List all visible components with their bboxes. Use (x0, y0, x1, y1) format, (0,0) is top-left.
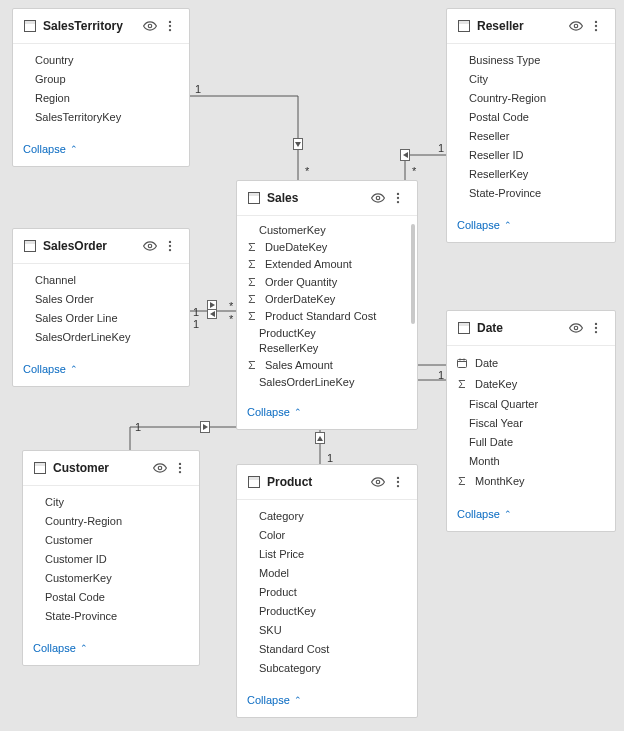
field-label: Extended Amount (265, 258, 405, 270)
field-row[interactable]: SKU (245, 622, 409, 638)
collapse-link[interactable]: Collapse ⌃ (457, 219, 512, 231)
field-label: ProductKey (259, 605, 405, 617)
svg-point-5 (169, 29, 171, 31)
svg-point-21 (169, 241, 171, 243)
field-row[interactable]: Customer (31, 532, 191, 548)
field-row[interactable]: Standard Cost (245, 641, 409, 657)
table-card-product[interactable]: Product CategoryColorList PriceModelProd… (236, 464, 418, 718)
table-card-sales[interactable]: Sales CustomerKeyDueDateKeyExtended Amou… (236, 180, 418, 430)
field-row[interactable]: Reseller (455, 128, 607, 144)
field-row[interactable]: Extended Amount (245, 257, 409, 271)
field-row[interactable]: Group (21, 71, 181, 87)
more-menu-icon[interactable] (587, 319, 605, 337)
table-header[interactable]: Sales (237, 181, 417, 216)
more-menu-icon[interactable] (161, 237, 179, 255)
table-card-date[interactable]: Date DateDateKeyFiscal QuarterFiscal Yea… (446, 310, 616, 532)
field-row[interactable]: List Price (245, 546, 409, 562)
collapse-label: Collapse (247, 406, 290, 418)
table-header[interactable]: SalesTerritory (13, 9, 189, 44)
visibility-toggle-icon[interactable] (151, 459, 169, 477)
field-row[interactable]: State-Province (455, 185, 607, 201)
field-row[interactable]: Order Quantity (245, 274, 409, 288)
field-row[interactable]: Reseller ID (455, 147, 607, 163)
field-row[interactable]: Category (245, 508, 409, 524)
field-row[interactable]: Sales Amount (245, 358, 409, 372)
table-icon (247, 475, 261, 489)
field-row[interactable]: Country-Region (455, 90, 607, 106)
field-row[interactable]: Model (245, 565, 409, 581)
field-row[interactable]: City (31, 494, 191, 510)
cardinality-label: 1 (327, 452, 333, 464)
field-row[interactable]: MonthKey (455, 472, 607, 490)
field-row[interactable]: Product (245, 584, 409, 600)
field-row[interactable]: SalesOrderLineKey (21, 329, 181, 345)
field-row[interactable]: Date (455, 354, 607, 372)
svg-point-40 (397, 477, 399, 479)
field-row[interactable]: Full Date (455, 434, 607, 450)
table-card-salesorder[interactable]: SalesOrder ChannelSales OrderSales Order… (12, 228, 190, 387)
field-row[interactable]: City (455, 71, 607, 87)
field-row[interactable]: DueDateKey (245, 240, 409, 254)
visibility-toggle-icon[interactable] (369, 189, 387, 207)
field-row[interactable]: Channel (21, 272, 181, 288)
field-row[interactable]: SalesTerritoryKey (21, 109, 181, 125)
table-card-salesterritory[interactable]: SalesTerritory CountryGroupRegionSalesTe… (12, 8, 190, 167)
field-row[interactable]: Fiscal Quarter (455, 396, 607, 412)
field-row[interactable]: DateKey (455, 375, 607, 393)
field-row[interactable]: Subcategory (245, 660, 409, 676)
field-row[interactable]: OrderDateKey (245, 292, 409, 306)
collapse-link[interactable]: Collapse ⌃ (247, 406, 302, 418)
table-header[interactable]: Product (237, 465, 417, 500)
visibility-toggle-icon[interactable] (141, 237, 159, 255)
collapse-link[interactable]: Collapse ⌃ (33, 642, 88, 654)
more-menu-icon[interactable] (389, 189, 407, 207)
field-label: Customer (45, 534, 187, 546)
field-row[interactable]: ResellerKey (455, 166, 607, 182)
scrollbar-thumb[interactable] (411, 224, 415, 324)
field-row[interactable]: Business Type (455, 52, 607, 68)
field-row[interactable]: State-Province (31, 608, 191, 624)
field-row[interactable]: Country-Region (31, 513, 191, 529)
field-row[interactable]: SalesOrderLineKey (245, 375, 409, 388)
field-row[interactable]: ResellerKey (245, 342, 409, 355)
field-row[interactable]: Product Standard Cost (245, 309, 409, 323)
svg-rect-19 (25, 241, 36, 244)
diagram-canvas[interactable]: 1 * 1 * 1 * * 1 1 * 1 * 1 * * SalesTerri… (0, 0, 624, 731)
field-row[interactable]: Sales Order Line (21, 310, 181, 326)
field-row[interactable]: Country (21, 52, 181, 68)
collapse-link[interactable]: Collapse ⌃ (23, 143, 78, 155)
field-row[interactable]: CustomerKey (245, 224, 409, 237)
table-icon (457, 321, 471, 335)
field-row[interactable]: CustomerKey (31, 570, 191, 586)
collapse-link[interactable]: Collapse ⌃ (23, 363, 78, 375)
field-row[interactable]: Sales Order (21, 291, 181, 307)
table-header[interactable]: Reseller (447, 9, 615, 44)
field-row[interactable]: ProductKey (245, 326, 409, 339)
more-menu-icon[interactable] (389, 473, 407, 491)
table-card-reseller[interactable]: Reseller Business TypeCityCountry-Region… (446, 8, 616, 243)
table-header[interactable]: Date (447, 311, 615, 346)
field-row[interactable]: Postal Code (455, 109, 607, 125)
field-row[interactable]: Fiscal Year (455, 415, 607, 431)
collapse-link[interactable]: Collapse ⌃ (247, 694, 302, 706)
table-card-customer[interactable]: Customer CityCountry-RegionCustomerCusto… (22, 450, 200, 666)
table-icon (23, 239, 37, 253)
field-row[interactable]: Customer ID (31, 551, 191, 567)
more-menu-icon[interactable] (161, 17, 179, 35)
visibility-toggle-icon[interactable] (567, 17, 585, 35)
more-menu-icon[interactable] (587, 17, 605, 35)
table-header[interactable]: Customer (23, 451, 199, 486)
field-label: Color (259, 529, 405, 541)
collapse-link[interactable]: Collapse ⌃ (457, 508, 512, 520)
visibility-toggle-icon[interactable] (567, 319, 585, 337)
field-row[interactable]: Postal Code (31, 589, 191, 605)
visibility-toggle-icon[interactable] (369, 473, 387, 491)
table-header[interactable]: SalesOrder (13, 229, 189, 264)
field-row[interactable]: Region (21, 90, 181, 106)
field-row[interactable]: ProductKey (245, 603, 409, 619)
more-menu-icon[interactable] (171, 459, 189, 477)
calendar-icon (455, 356, 469, 370)
field-row[interactable]: Color (245, 527, 409, 543)
field-row[interactable]: Month (455, 453, 607, 469)
visibility-toggle-icon[interactable] (141, 17, 159, 35)
